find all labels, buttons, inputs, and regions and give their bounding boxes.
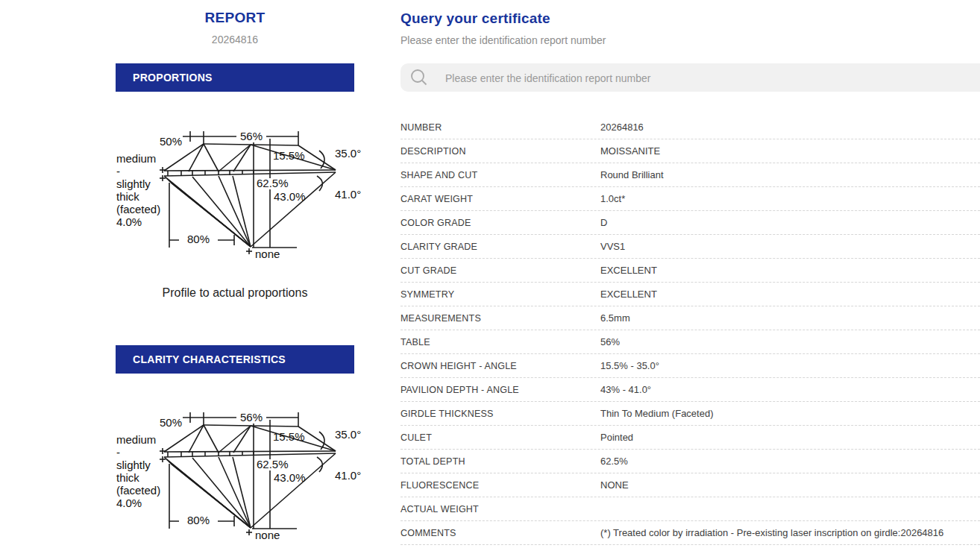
table-row: TOTAL DEPTH 62.5%	[401, 450, 980, 473]
row-label: TOTAL DEPTH	[401, 456, 600, 467]
report-title: REPORT	[116, 10, 354, 26]
table-row: ACTUAL WEIGHT	[401, 497, 980, 521]
row-value: NONE	[600, 479, 629, 491]
search-icon	[410, 69, 428, 86]
search-bar[interactable]	[401, 63, 980, 92]
table-row: CARAT WEIGHT 1.0ct*	[401, 187, 980, 211]
search-input[interactable]	[444, 63, 969, 93]
row-value: Thin To Medium (Faceted)	[600, 408, 714, 419]
table-row: TABLE 56%	[401, 330, 980, 354]
row-label: PAVILION DEPTH - ANGLE	[401, 385, 600, 395]
certificate-page: 56% 50% 15.5% 35.0° 62.5% 43.0% 41.0° 80…	[0, 0, 980, 551]
report-number: 20264816	[116, 34, 354, 45]
row-value: 15.5% - 35.0°	[600, 360, 659, 371]
row-value: 1.0ct*	[600, 193, 625, 204]
table-row: COLOR GRADE D	[401, 211, 980, 235]
table-row: FLUORESCENCE NONE	[401, 473, 980, 497]
row-value: EXCELLENT	[600, 265, 657, 276]
row-value: Round Brilliant	[600, 169, 664, 180]
row-label: COMMENTS	[401, 528, 600, 538]
section-header-proportions: PROPORTIONS	[116, 63, 354, 92]
row-value: EXCELLENT	[600, 289, 657, 300]
table-row: DESCRIPTION MOISSANITE	[401, 139, 980, 163]
row-label: ACTUAL WEIGHT	[401, 504, 600, 514]
row-value: 56%	[600, 336, 620, 347]
row-label: NUMBER	[401, 122, 600, 133]
certificate-table: NUMBER 20264816 DESCRIPTION MOISSANITE S…	[401, 116, 980, 545]
row-label: MEASUREMENTS	[401, 313, 600, 324]
row-value: 20264816	[600, 122, 644, 133]
row-value: Pointed	[600, 432, 633, 443]
row-value: 43% - 41.0°	[600, 384, 651, 395]
row-label: CARAT WEIGHT	[401, 194, 600, 204]
row-value: D	[600, 217, 607, 228]
row-label: COLOR GRADE	[401, 218, 600, 228]
row-value: (*) Treated color by irradiation - Pre-e…	[600, 527, 943, 538]
row-label: CLARITY GRADE	[401, 242, 600, 252]
page-subtitle: Please enter the identification report n…	[401, 34, 606, 46]
row-label: DESCRIPTION	[401, 146, 600, 157]
row-label: SYMMETRY	[401, 289, 600, 300]
row-label: CULET	[401, 432, 600, 443]
section-header-clarity-characteristics: CLARITY CHARACTERISTICS	[116, 345, 354, 374]
row-label: CUT GRADE	[401, 265, 600, 276]
proportions-caption: Profile to actual proportions	[116, 286, 354, 300]
row-value: 62.5%	[600, 456, 628, 467]
table-row: SHAPE AND CUT Round Brilliant	[401, 163, 980, 187]
table-row: SYMMETRY EXCELLENT	[401, 283, 980, 306]
row-label: TABLE	[401, 337, 600, 347]
clarity-characteristics-diagram	[104, 393, 373, 551]
table-row: COMMENTS (*) Treated color by irradiatio…	[401, 521, 980, 545]
table-row: PAVILION DEPTH - ANGLE 43% - 41.0°	[401, 378, 980, 402]
table-row: GIRDLE THICKNESS Thin To Medium (Faceted…	[401, 402, 980, 426]
row-value: MOISSANITE	[600, 145, 660, 157]
row-value: VVS1	[600, 241, 625, 252]
row-value: 6.5mm	[600, 312, 630, 324]
table-row: NUMBER 20264816	[401, 116, 980, 139]
row-label: GIRDLE THICKNESS	[401, 409, 600, 419]
proportions-diagram	[104, 112, 373, 272]
row-label: CROWN HEIGHT - ANGLE	[401, 361, 600, 371]
table-row: CULET Pointed	[401, 426, 980, 450]
row-label: SHAPE AND CUT	[401, 170, 600, 180]
table-row: MEASUREMENTS 6.5mm	[401, 306, 980, 330]
page-title: Query your certificate	[401, 10, 550, 27]
row-label: FLUORESCENCE	[401, 480, 600, 491]
table-row: CROWN HEIGHT - ANGLE 15.5% - 35.0°	[401, 354, 980, 378]
table-row: CUT GRADE EXCELLENT	[401, 259, 980, 283]
table-row: CLARITY GRADE VVS1	[401, 235, 980, 259]
